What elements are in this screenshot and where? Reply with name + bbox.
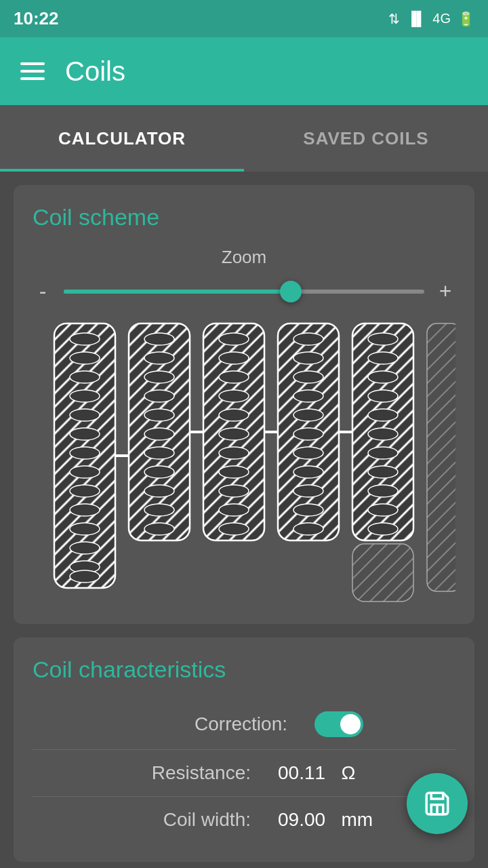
svg-point-35 [219,390,249,402]
svg-point-37 [219,428,249,440]
svg-point-39 [219,466,249,478]
correction-toggle[interactable] [314,711,363,737]
coil-width-value: 09.00 mm [278,809,400,831]
zoom-plus-button[interactable]: + [435,279,455,304]
svg-point-50 [293,447,323,459]
main-content: Coil scheme Zoom - + [0,172,488,868]
svg-point-21 [144,352,174,364]
svg-point-63 [368,466,398,478]
svg-point-20 [144,333,174,345]
svg-point-59 [368,390,398,402]
slider-fill [64,290,291,294]
network-label: 4G [432,11,451,26]
svg-point-49 [293,428,323,440]
resistance-row: Resistance: 00.11 Ω [33,750,455,797]
svg-point-61 [368,428,398,440]
status-bar: 10:22 ⇅ ▐▌ 4G 🔋 [0,0,488,37]
svg-point-57 [368,352,398,364]
coil-scheme-title: Coil scheme [33,204,455,231]
coil-scheme-card: Coil scheme Zoom - + [14,185,474,624]
coil-characteristics-title: Coil characteristics [33,656,455,683]
svg-point-65 [368,504,398,516]
svg-point-54 [293,523,323,535]
svg-point-44 [293,333,323,345]
svg-point-64 [368,485,398,497]
correction-label: Correction: [125,713,287,735]
svg-rect-67 [352,544,413,601]
svg-point-22 [144,371,174,383]
svg-point-16 [70,542,100,554]
status-icons: ⇅ ▐▌ 4G 🔋 [388,11,474,27]
correction-row: Correction: [33,699,455,750]
svg-point-41 [219,504,249,516]
save-fab-button[interactable] [407,773,468,834]
svg-point-38 [219,447,249,459]
svg-point-58 [368,371,398,383]
zoom-minus-button[interactable]: - [33,279,53,304]
svg-point-15 [70,523,100,535]
tab-calculator[interactable]: CALCULATOR [0,105,244,172]
svg-point-10 [70,428,100,440]
slider-thumb[interactable] [280,281,302,302]
app-title: Coils [65,56,125,87]
svg-point-25 [144,428,174,440]
svg-point-14 [70,504,100,516]
svg-point-13 [70,485,100,497]
svg-point-28 [144,485,174,497]
svg-point-51 [293,466,323,478]
resistance-label: Resistance: [88,762,251,784]
svg-point-27 [144,466,174,478]
svg-point-46 [293,371,323,383]
svg-point-53 [293,504,323,516]
status-time: 10:22 [14,8,59,29]
svg-point-48 [293,409,323,421]
resistance-value: 00.11 Ω [278,762,400,784]
save-icon [423,789,451,818]
coil-diagram [33,320,455,605]
svg-point-24 [144,409,174,421]
svg-point-62 [368,447,398,459]
zoom-slider[interactable] [64,285,424,298]
svg-point-47 [293,390,323,402]
svg-point-18 [70,570,100,583]
svg-point-40 [219,485,249,497]
svg-point-32 [219,333,249,345]
svg-point-36 [219,409,249,421]
bars-icon: ▐▌ [407,11,426,26]
app-bar: Coils [0,37,488,105]
zoom-label: Zoom [33,247,455,268]
coil-width-row: Coil width: 09.00 mm [33,797,455,843]
svg-point-26 [144,447,174,459]
svg-point-29 [144,504,174,516]
svg-point-12 [70,466,100,478]
svg-point-23 [144,390,174,402]
coil-characteristics-card: Coil characteristics Correction: Resista… [14,637,474,862]
tab-saved-coils[interactable]: SAVED COILS [244,105,488,172]
tabs: CALCULATOR SAVED COILS [0,105,488,172]
coil-width-label: Coil width: [88,809,251,831]
signal-icon: ⇅ [388,11,400,27]
svg-point-11 [70,447,100,459]
menu-button[interactable] [20,62,45,80]
toggle-knob [340,714,361,734]
svg-point-5 [70,333,100,345]
svg-point-52 [293,485,323,497]
svg-point-66 [368,523,398,535]
svg-point-30 [144,523,174,535]
svg-point-45 [293,352,323,364]
svg-point-56 [368,333,398,345]
svg-point-9 [70,409,100,421]
svg-point-8 [70,390,100,402]
coil-svg [33,320,455,605]
svg-point-7 [70,371,100,383]
svg-point-6 [70,352,100,364]
zoom-row: - + [33,279,455,304]
svg-point-60 [368,409,398,421]
svg-point-33 [219,352,249,364]
svg-point-42 [219,523,249,535]
battery-icon: 🔋 [458,11,474,27]
svg-point-34 [219,371,249,383]
svg-rect-68 [427,323,455,591]
